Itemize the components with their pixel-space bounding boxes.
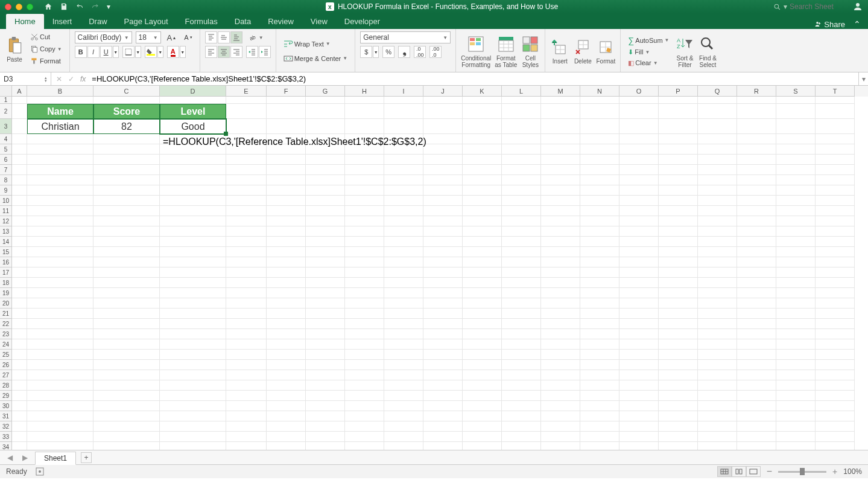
cell[interactable] <box>226 267 267 278</box>
cell[interactable] <box>541 329 580 339</box>
cell[interactable] <box>776 278 816 288</box>
align-middle-button[interactable] <box>218 31 230 43</box>
cell[interactable] <box>698 350 737 360</box>
cell[interactable] <box>160 288 226 298</box>
sort-filter-button[interactable]: AZ Sort & Filter <box>675 34 694 68</box>
cell[interactable] <box>93 391 160 401</box>
row-header[interactable]: 2 <box>0 104 12 119</box>
delete-cells-button[interactable]: Delete <box>573 37 592 65</box>
cell[interactable] <box>226 97 267 104</box>
cell[interactable] <box>619 257 659 267</box>
cell[interactable] <box>306 432 345 442</box>
cell[interactable] <box>776 196 816 206</box>
cell[interactable] <box>423 216 463 226</box>
cell[interactable] <box>345 237 384 247</box>
cell[interactable] <box>423 319 463 329</box>
cell[interactable] <box>12 196 27 206</box>
cell[interactable] <box>776 288 816 298</box>
underline-dropdown[interactable]: ▼ <box>113 46 119 58</box>
cell[interactable] <box>619 288 659 298</box>
cell[interactable] <box>541 97 580 104</box>
increase-decimal-button[interactable]: .0.00 <box>414 46 426 58</box>
cell[interactable] <box>463 267 502 278</box>
tab-home[interactable]: Home <box>6 14 44 29</box>
row-header[interactable]: 12 <box>0 216 12 226</box>
cell[interactable] <box>463 442 502 450</box>
cell[interactable] <box>306 350 345 360</box>
cell[interactable] <box>306 216 345 226</box>
cell[interactable] <box>541 360 580 370</box>
cell[interactable] <box>27 298 93 309</box>
cell[interactable] <box>698 298 737 309</box>
merge-center-button[interactable]: Merge & Center▼ <box>281 53 350 64</box>
cell[interactable] <box>93 421 160 432</box>
cell[interactable] <box>816 370 855 380</box>
font-name-select[interactable]: Calibri (Body)▼ <box>75 31 132 43</box>
cell[interactable] <box>384 104 423 119</box>
cell[interactable] <box>698 339 737 350</box>
cell[interactable] <box>27 134 93 144</box>
cell[interactable] <box>423 97 463 104</box>
cell[interactable] <box>502 185 541 196</box>
cell[interactable] <box>580 432 619 442</box>
cell[interactable] <box>698 380 737 391</box>
cell[interactable] <box>541 278 580 288</box>
cell[interactable] <box>619 380 659 391</box>
cell[interactable] <box>384 175 423 185</box>
cell[interactable] <box>345 391 384 401</box>
cell[interactable] <box>619 432 659 442</box>
cell[interactable] <box>816 196 855 206</box>
cell[interactable] <box>267 432 306 442</box>
cell[interactable] <box>226 421 267 432</box>
cell[interactable] <box>659 421 698 432</box>
cell[interactable] <box>226 104 267 119</box>
cell[interactable] <box>423 206 463 216</box>
row-header[interactable]: 17 <box>0 267 12 278</box>
cell[interactable] <box>502 288 541 298</box>
cell[interactable] <box>384 442 423 450</box>
cell[interactable] <box>776 298 816 309</box>
cell[interactable] <box>737 360 776 370</box>
increase-indent-button[interactable] <box>259 46 271 58</box>
cell[interactable] <box>226 319 267 329</box>
cell[interactable] <box>502 216 541 226</box>
cell[interactable] <box>12 278 27 288</box>
cell[interactable] <box>502 442 541 450</box>
cell[interactable] <box>345 329 384 339</box>
cell[interactable] <box>776 155 816 165</box>
row-header[interactable]: 22 <box>0 319 12 329</box>
cell[interactable] <box>502 380 541 391</box>
cell[interactable] <box>160 411 226 421</box>
cell[interactable] <box>306 380 345 391</box>
cell[interactable] <box>306 155 345 165</box>
cell[interactable] <box>816 175 855 185</box>
cell[interactable] <box>384 226 423 237</box>
cell[interactable] <box>737 216 776 226</box>
cell[interactable] <box>659 339 698 350</box>
cell[interactable] <box>267 370 306 380</box>
cell[interactable] <box>93 196 160 206</box>
zoom-in-button[interactable]: + <box>832 467 837 476</box>
row-header[interactable]: 16 <box>0 257 12 267</box>
cell[interactable] <box>541 165 580 175</box>
cell[interactable] <box>541 339 580 350</box>
cell[interactable] <box>463 298 502 309</box>
cell[interactable] <box>698 119 737 134</box>
fill-color-dropdown[interactable]: ▼ <box>157 46 163 58</box>
cell[interactable] <box>226 226 267 237</box>
cell[interactable] <box>502 237 541 247</box>
cell[interactable] <box>226 155 267 165</box>
cell[interactable] <box>267 267 306 278</box>
cell[interactable] <box>463 278 502 288</box>
cell[interactable] <box>816 411 855 421</box>
cell[interactable] <box>502 267 541 278</box>
cell[interactable] <box>816 401 855 411</box>
cell[interactable] <box>12 309 27 319</box>
cell[interactable] <box>776 309 816 319</box>
cell[interactable] <box>267 237 306 247</box>
cell[interactable] <box>659 257 698 267</box>
cell[interactable] <box>463 226 502 237</box>
cell[interactable] <box>12 247 27 257</box>
cell[interactable] <box>816 134 855 144</box>
cell[interactable] <box>27 360 93 370</box>
